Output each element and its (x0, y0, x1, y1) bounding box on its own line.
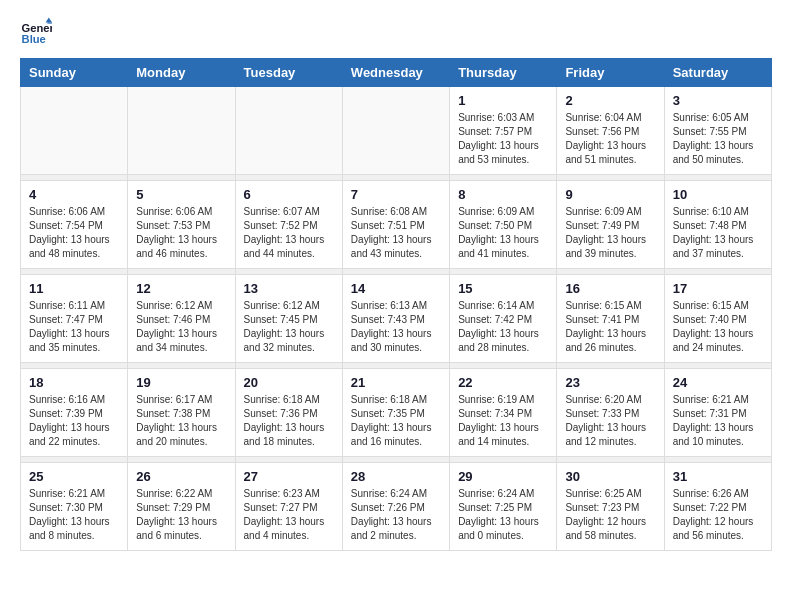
day-info: Sunrise: 6:09 AMSunset: 7:49 PMDaylight:… (565, 205, 655, 261)
calendar-cell: 27Sunrise: 6:23 AMSunset: 7:27 PMDayligh… (235, 463, 342, 551)
day-info: Sunrise: 6:19 AMSunset: 7:34 PMDaylight:… (458, 393, 548, 449)
day-info: Sunrise: 6:07 AMSunset: 7:52 PMDaylight:… (244, 205, 334, 261)
day-info: Sunrise: 6:18 AMSunset: 7:35 PMDaylight:… (351, 393, 441, 449)
calendar-week-row: 11Sunrise: 6:11 AMSunset: 7:47 PMDayligh… (21, 275, 772, 363)
logo-icon: General Blue (20, 16, 52, 48)
day-info: Sunrise: 6:21 AMSunset: 7:31 PMDaylight:… (673, 393, 763, 449)
logo: General Blue (20, 16, 56, 48)
calendar-cell: 9Sunrise: 6:09 AMSunset: 7:49 PMDaylight… (557, 181, 664, 269)
calendar-cell: 15Sunrise: 6:14 AMSunset: 7:42 PMDayligh… (450, 275, 557, 363)
day-number: 11 (29, 281, 119, 296)
day-number: 10 (673, 187, 763, 202)
day-number: 8 (458, 187, 548, 202)
day-number: 28 (351, 469, 441, 484)
calendar-cell: 18Sunrise: 6:16 AMSunset: 7:39 PMDayligh… (21, 369, 128, 457)
day-number: 2 (565, 93, 655, 108)
day-info: Sunrise: 6:21 AMSunset: 7:30 PMDaylight:… (29, 487, 119, 543)
calendar-week-row: 4Sunrise: 6:06 AMSunset: 7:54 PMDaylight… (21, 181, 772, 269)
calendar-week-row: 18Sunrise: 6:16 AMSunset: 7:39 PMDayligh… (21, 369, 772, 457)
day-number: 22 (458, 375, 548, 390)
calendar-cell: 19Sunrise: 6:17 AMSunset: 7:38 PMDayligh… (128, 369, 235, 457)
day-info: Sunrise: 6:22 AMSunset: 7:29 PMDaylight:… (136, 487, 226, 543)
day-info: Sunrise: 6:24 AMSunset: 7:26 PMDaylight:… (351, 487, 441, 543)
day-info: Sunrise: 6:17 AMSunset: 7:38 PMDaylight:… (136, 393, 226, 449)
day-number: 19 (136, 375, 226, 390)
calendar-cell: 17Sunrise: 6:15 AMSunset: 7:40 PMDayligh… (664, 275, 771, 363)
weekday-header: Thursday (450, 59, 557, 87)
day-number: 23 (565, 375, 655, 390)
calendar-cell: 24Sunrise: 6:21 AMSunset: 7:31 PMDayligh… (664, 369, 771, 457)
day-info: Sunrise: 6:12 AMSunset: 7:45 PMDaylight:… (244, 299, 334, 355)
day-info: Sunrise: 6:25 AMSunset: 7:23 PMDaylight:… (565, 487, 655, 543)
calendar-cell: 3Sunrise: 6:05 AMSunset: 7:55 PMDaylight… (664, 87, 771, 175)
day-info: Sunrise: 6:23 AMSunset: 7:27 PMDaylight:… (244, 487, 334, 543)
calendar-cell: 30Sunrise: 6:25 AMSunset: 7:23 PMDayligh… (557, 463, 664, 551)
calendar-cell: 23Sunrise: 6:20 AMSunset: 7:33 PMDayligh… (557, 369, 664, 457)
calendar-cell (342, 87, 449, 175)
day-info: Sunrise: 6:15 AMSunset: 7:41 PMDaylight:… (565, 299, 655, 355)
calendar-week-row: 25Sunrise: 6:21 AMSunset: 7:30 PMDayligh… (21, 463, 772, 551)
calendar-cell: 8Sunrise: 6:09 AMSunset: 7:50 PMDaylight… (450, 181, 557, 269)
day-number: 5 (136, 187, 226, 202)
calendar-cell: 4Sunrise: 6:06 AMSunset: 7:54 PMDaylight… (21, 181, 128, 269)
weekday-header: Wednesday (342, 59, 449, 87)
day-info: Sunrise: 6:06 AMSunset: 7:54 PMDaylight:… (29, 205, 119, 261)
day-info: Sunrise: 6:15 AMSunset: 7:40 PMDaylight:… (673, 299, 763, 355)
calendar-cell: 22Sunrise: 6:19 AMSunset: 7:34 PMDayligh… (450, 369, 557, 457)
day-info: Sunrise: 6:05 AMSunset: 7:55 PMDaylight:… (673, 111, 763, 167)
day-info: Sunrise: 6:06 AMSunset: 7:53 PMDaylight:… (136, 205, 226, 261)
calendar-cell: 28Sunrise: 6:24 AMSunset: 7:26 PMDayligh… (342, 463, 449, 551)
day-number: 24 (673, 375, 763, 390)
calendar-cell: 14Sunrise: 6:13 AMSunset: 7:43 PMDayligh… (342, 275, 449, 363)
day-info: Sunrise: 6:09 AMSunset: 7:50 PMDaylight:… (458, 205, 548, 261)
day-number: 21 (351, 375, 441, 390)
calendar-cell (21, 87, 128, 175)
calendar-cell: 31Sunrise: 6:26 AMSunset: 7:22 PMDayligh… (664, 463, 771, 551)
weekday-header: Tuesday (235, 59, 342, 87)
calendar-cell: 16Sunrise: 6:15 AMSunset: 7:41 PMDayligh… (557, 275, 664, 363)
day-info: Sunrise: 6:12 AMSunset: 7:46 PMDaylight:… (136, 299, 226, 355)
header: General Blue (20, 16, 772, 48)
day-number: 4 (29, 187, 119, 202)
day-number: 14 (351, 281, 441, 296)
day-info: Sunrise: 6:24 AMSunset: 7:25 PMDaylight:… (458, 487, 548, 543)
day-number: 26 (136, 469, 226, 484)
day-info: Sunrise: 6:03 AMSunset: 7:57 PMDaylight:… (458, 111, 548, 167)
calendar-cell: 26Sunrise: 6:22 AMSunset: 7:29 PMDayligh… (128, 463, 235, 551)
day-number: 15 (458, 281, 548, 296)
weekday-header: Friday (557, 59, 664, 87)
day-number: 20 (244, 375, 334, 390)
day-info: Sunrise: 6:11 AMSunset: 7:47 PMDaylight:… (29, 299, 119, 355)
calendar-cell: 11Sunrise: 6:11 AMSunset: 7:47 PMDayligh… (21, 275, 128, 363)
day-number: 9 (565, 187, 655, 202)
weekday-header: Saturday (664, 59, 771, 87)
day-number: 3 (673, 93, 763, 108)
day-number: 30 (565, 469, 655, 484)
day-number: 16 (565, 281, 655, 296)
calendar-cell: 25Sunrise: 6:21 AMSunset: 7:30 PMDayligh… (21, 463, 128, 551)
day-number: 31 (673, 469, 763, 484)
calendar-cell: 2Sunrise: 6:04 AMSunset: 7:56 PMDaylight… (557, 87, 664, 175)
calendar-cell (235, 87, 342, 175)
day-info: Sunrise: 6:14 AMSunset: 7:42 PMDaylight:… (458, 299, 548, 355)
day-info: Sunrise: 6:10 AMSunset: 7:48 PMDaylight:… (673, 205, 763, 261)
day-number: 17 (673, 281, 763, 296)
day-number: 13 (244, 281, 334, 296)
calendar-cell: 29Sunrise: 6:24 AMSunset: 7:25 PMDayligh… (450, 463, 557, 551)
calendar-cell: 6Sunrise: 6:07 AMSunset: 7:52 PMDaylight… (235, 181, 342, 269)
calendar-cell: 12Sunrise: 6:12 AMSunset: 7:46 PMDayligh… (128, 275, 235, 363)
day-number: 27 (244, 469, 334, 484)
day-info: Sunrise: 6:13 AMSunset: 7:43 PMDaylight:… (351, 299, 441, 355)
day-info: Sunrise: 6:20 AMSunset: 7:33 PMDaylight:… (565, 393, 655, 449)
day-info: Sunrise: 6:04 AMSunset: 7:56 PMDaylight:… (565, 111, 655, 167)
day-info: Sunrise: 6:26 AMSunset: 7:22 PMDaylight:… (673, 487, 763, 543)
day-number: 1 (458, 93, 548, 108)
calendar-cell: 1Sunrise: 6:03 AMSunset: 7:57 PMDaylight… (450, 87, 557, 175)
day-info: Sunrise: 6:16 AMSunset: 7:39 PMDaylight:… (29, 393, 119, 449)
day-number: 6 (244, 187, 334, 202)
day-number: 18 (29, 375, 119, 390)
calendar-cell: 7Sunrise: 6:08 AMSunset: 7:51 PMDaylight… (342, 181, 449, 269)
day-number: 25 (29, 469, 119, 484)
calendar-cell: 10Sunrise: 6:10 AMSunset: 7:48 PMDayligh… (664, 181, 771, 269)
weekday-header: Monday (128, 59, 235, 87)
